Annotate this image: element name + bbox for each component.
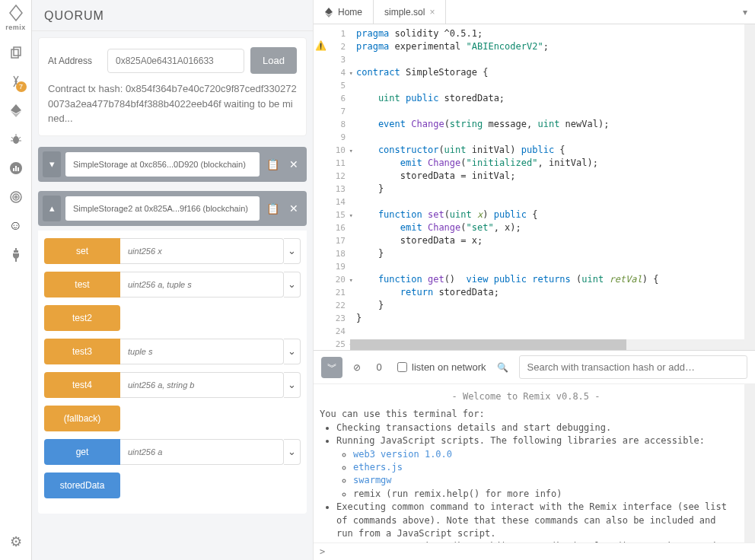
link-swarmgw[interactable]: swarmgw [353,475,392,485]
warning-icon: ⚠️ [315,40,327,51]
svg-point-5 [13,136,19,144]
svg-rect-14 [18,167,19,171]
panel-title: QUORUM [32,0,313,31]
at-address-section: At Address Load Contract tx hash: 0x854f… [38,37,307,136]
compiler-badge: 7 [16,81,27,92]
welcome-text: - Welcome to Remix v0.8.5 - [320,390,732,403]
code-body[interactable]: pragma solidity ^0.5.1;pragma experiment… [350,24,744,350]
clipboard-icon[interactable]: 📋 [264,202,281,215]
svg-point-15 [11,192,21,202]
at-address-label: At Address [48,56,101,66]
func-set-button[interactable]: set [44,238,120,264]
svg-marker-0 [10,5,22,21]
terminal-vscroll[interactable] [744,384,755,542]
pending-count: 0 [371,361,387,373]
plugin-spiral-icon[interactable] [8,189,24,205]
terminal-output[interactable]: - Welcome to Remix v0.8.5 - You can use … [314,384,744,542]
files-icon[interactable] [8,45,24,60]
svg-marker-3 [11,104,21,113]
func-get-button[interactable]: get [44,439,120,465]
clipboard-icon[interactable]: 📋 [264,158,281,170]
func-test-button[interactable]: test [44,272,120,298]
func-test-input[interactable] [120,272,284,298]
func-test3-input[interactable] [120,339,284,364]
tab-overflow-icon[interactable]: ▾ [735,0,755,24]
instance-name-2[interactable]: SimpleStorage2 at 0x825A...9f166 (blockc… [65,196,260,221]
expand-icon[interactable]: ⌄ [284,372,301,398]
link-ethers[interactable]: ethers.js [353,462,403,473]
editor-vscroll[interactable] [744,24,755,350]
func-test2-button[interactable]: test2 [44,305,120,331]
search-icon[interactable]: 🔍 [497,362,508,373]
svg-line-8 [19,137,21,138]
func-fallback-button[interactable]: (fallback) [44,406,120,431]
instance-toggle-1[interactable]: ▾ [43,151,61,177]
load-button[interactable]: Load [250,47,297,74]
clear-icon[interactable]: ⊘ [353,362,361,373]
func-test3-button[interactable]: test3 [44,339,120,364]
tab-file[interactable]: simple.sol × [374,0,446,24]
editor-hscroll[interactable] [350,339,744,350]
settings-icon[interactable]: ⚙ [8,534,24,549]
func-set-input[interactable] [120,238,284,264]
compiler-icon[interactable]: 7 [8,74,24,89]
terminal-collapse-button[interactable]: ︾ [321,357,342,378]
svg-point-16 [13,194,19,200]
expand-icon[interactable]: ⌄ [284,238,301,264]
svg-rect-1 [11,49,18,58]
at-address-input[interactable] [107,49,244,73]
svg-rect-2 [14,47,21,56]
tab-close-icon[interactable]: × [429,7,435,18]
svg-point-17 [14,196,17,199]
instance-toggle-2[interactable]: ▴ [43,196,61,221]
tab-home[interactable]: Home [314,0,374,24]
svg-marker-18 [325,8,333,14]
main-area: Home simple.sol × ▾ ⚠️ 123 4▾56789 10▾11… [314,0,755,560]
debug-icon[interactable] [8,132,24,147]
func-test4-button[interactable]: test4 [44,372,120,398]
listen-checkbox[interactable]: listen on network [397,361,486,373]
tab-home-label: Home [338,7,362,18]
terminal: ︾ ⊘ 0 listen on network 🔍 - Welcome to R… [314,350,755,560]
analysis-icon[interactable] [8,161,24,176]
close-icon[interactable]: ✕ [285,158,302,170]
tx-hash-text: Contract tx hash: 0x854f364b7e40c720c9f8… [48,81,297,126]
function-list: set ⌄ test ⌄ test2 test3 ⌄ test4 ⌄ [38,231,307,514]
expand-icon[interactable]: ⌄ [284,339,301,364]
func-storeddata-button[interactable]: storedData [44,473,120,498]
plug-icon[interactable] [8,247,24,262]
line-gutter: 123 4▾56789 10▾11121314 15▾16171819 20▾2… [327,24,350,350]
expand-icon[interactable]: ⌄ [284,439,301,465]
icon-rail: remix 7 ☺ ⚙ [0,0,32,560]
instance-name-1[interactable]: SimpleStorage at 0xc856...0D920 (blockch… [65,152,260,177]
link-web3[interactable]: web3 version 1.0.0 [353,449,452,460]
terminal-prompt[interactable]: > [314,542,755,560]
code-editor[interactable]: ⚠️ 123 4▾56789 10▾11121314 15▾16171819 2… [314,24,755,350]
tab-file-label: simple.sol [384,7,425,18]
svg-line-7 [11,137,13,138]
func-get-input[interactable] [120,439,284,465]
terminal-bar: ︾ ⊘ 0 listen on network 🔍 [314,351,755,384]
close-icon[interactable]: ✕ [285,202,302,215]
instance-header-1: ▾ SimpleStorage at 0xc856...0D920 (block… [38,147,307,182]
func-test4-input[interactable] [120,372,284,398]
deploy-icon[interactable] [8,103,24,118]
svg-rect-13 [15,166,17,171]
instance-header-2: ▴ SimpleStorage2 at 0x825A...9f166 (bloc… [38,191,307,226]
svg-rect-12 [13,168,14,171]
terminal-search-input[interactable] [519,355,747,379]
side-panel: QUORUM At Address Load Contract tx hash:… [32,0,314,560]
tab-bar: Home simple.sol × ▾ [314,0,755,24]
listen-checkbox-input[interactable] [397,362,407,372]
smiley-icon[interactable]: ☺ [8,218,24,234]
remix-logo: remix [5,5,26,31]
expand-icon[interactable]: ⌄ [284,272,301,298]
